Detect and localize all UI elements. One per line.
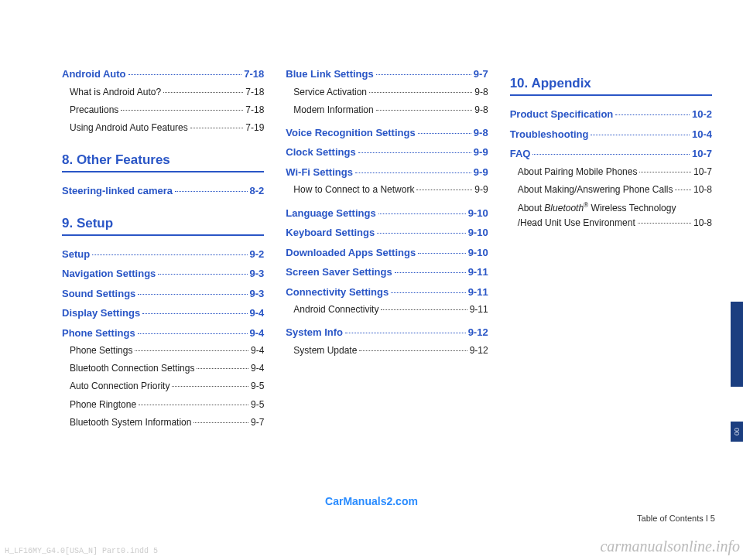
topic-row-label: Downloaded Apps Settings (286, 245, 416, 261)
leader-dots (416, 190, 472, 190)
topic-row-page: 9-2 (250, 247, 265, 262)
topic-row-label: Screen Saver Settings (286, 265, 392, 280)
column-2: Blue Link Settings 9-7 Service Activatio… (286, 62, 488, 433)
subtopic-row: Android Connectivity9-11 (286, 302, 488, 317)
subtopic-row-label: Android Connectivity (293, 302, 378, 317)
watermark-carmanuals2: CarManuals2.com (0, 495, 743, 507)
topic-row: Language Settings9-10 (286, 206, 488, 221)
leader-dots (377, 233, 465, 234)
topic-row-page: 9-10 (468, 225, 488, 241)
leader-dots (418, 133, 471, 134)
leader-dots (128, 74, 242, 75)
topic-row-label: Phone Settings (62, 326, 135, 341)
subtopic-row-label: Auto Connection Priority (70, 379, 169, 394)
topic-label: System Info (286, 325, 343, 340)
topic-row-page: 9-8 (474, 125, 488, 141)
leader-dots (359, 350, 467, 351)
topic-label: Blue Link Settings (286, 67, 373, 82)
subtopic-row: Phone Settings9-4 (62, 343, 264, 358)
watermark-carmanualsonline: carmanualsonline.info (600, 538, 740, 555)
topic-row: Troubleshooting10-4 (510, 127, 712, 142)
side-tabs: 00 (731, 0, 743, 560)
leader-dots (138, 294, 247, 295)
topic-row-page: 10-2 (692, 107, 712, 122)
topic-row-label: Navigation Settings (62, 266, 156, 282)
topic-row-label: Display Settings (62, 306, 140, 321)
sub-page: 10-8 (693, 216, 712, 230)
topic-row: Sound Settings9-3 (62, 286, 264, 302)
leader-dots (358, 152, 471, 153)
topic-row-label: Troubleshooting (510, 127, 589, 142)
leader-dots (92, 254, 247, 255)
topic-system-info: System Info 9-12 (286, 325, 488, 340)
topic-row: Phone Settings9-4 (62, 326, 264, 341)
registered-mark: ® (584, 201, 588, 209)
topic-android-auto: Android Auto 7-18 (62, 67, 264, 82)
topic-row: Keyboard Settings9-10 (286, 225, 488, 241)
leader-dots (376, 110, 473, 111)
topic-row-label: Language Settings (286, 206, 375, 221)
subtopic-row-page: 9-4 (251, 343, 264, 358)
leader-dots (675, 190, 691, 190)
topic-row: Screen Saver Settings9-11 (286, 265, 488, 280)
leader-dots (395, 272, 466, 273)
topic-row-label: Sound Settings (62, 286, 135, 302)
topic-row: Voice Recognition Settings9-8 (286, 125, 488, 141)
leader-dots (175, 191, 247, 192)
subtopic-row: Service Activation9-8 (286, 85, 488, 100)
subtopic-row: Using Android Auto Features7-19 (62, 121, 264, 135)
topic-row-label: Connectivity Settings (286, 285, 389, 300)
subtopic-row-page: 9-9 (474, 183, 488, 197)
subtopic-row-page: 9-8 (474, 85, 488, 100)
leader-dots (532, 154, 690, 155)
leader-dots (163, 92, 243, 93)
side-tab-active (731, 302, 743, 387)
leader-dots (193, 422, 248, 423)
leader-dots (139, 405, 248, 405)
leader-dots (135, 350, 248, 351)
tab-label: 00 (733, 428, 741, 435)
subtopic-row: Precautions7-18 (62, 103, 264, 118)
topic-row-page: 9-4 (250, 306, 265, 321)
topic-row-page: 9-10 (468, 245, 488, 261)
topic-label: Android Auto (62, 67, 126, 82)
topic-page: 9-12 (468, 325, 488, 340)
topic-page: 9-7 (474, 67, 488, 82)
text: About (518, 203, 542, 213)
topic-row-page: 9-3 (250, 286, 265, 302)
topic-row-label: Keyboard Settings (286, 225, 375, 241)
topic-row-page: 9-4 (250, 326, 265, 341)
text: Wireless Technology (591, 203, 676, 213)
topic-row: Wi-Fi Settings9-9 (286, 165, 488, 180)
topic-label: Steering-linked camera (62, 183, 173, 199)
subtopic-row-label: About Making/Answering Phone Calls (518, 183, 673, 197)
subtopic-row-label: Precautions (70, 103, 118, 118)
leader-dots (376, 74, 471, 75)
leader-dots (639, 172, 691, 172)
subtopic-row: Modem Information9-8 (286, 103, 488, 118)
section-10-appendix: 10. Appendix (510, 76, 712, 96)
sub-bluetooth-tech: About Bluetooth® Wireless Technology /He… (510, 200, 712, 230)
subtopic-row-page: 9-7 (251, 415, 264, 430)
subtopic-row: How to Connect to a Network9-9 (286, 183, 488, 197)
leader-dots (121, 110, 243, 111)
subtopic-row-page: 9-5 (251, 398, 264, 412)
topic-row-page: 10-4 (692, 127, 712, 142)
leader-dots (615, 114, 690, 115)
topic-page: 8-2 (250, 183, 265, 199)
subtopic-row-label: About Pairing Mobile Phones (518, 165, 638, 179)
subtopic-row-label: Bluetooth Connection Settings (70, 361, 194, 376)
subtopic-row: Auto Connection Priority9-5 (62, 379, 264, 394)
subtopic-row-page: 10-7 (693, 165, 712, 179)
subtopic-row-page: 10-8 (693, 183, 712, 197)
leader-dots (591, 135, 689, 135)
subtopic-row-label: Phone Settings (70, 343, 132, 358)
subtopic-row-page: 9-11 (470, 302, 488, 317)
subtopic-row: Bluetooth Connection Settings9-4 (62, 361, 264, 376)
topic-blue-link: Blue Link Settings 9-7 (286, 67, 488, 82)
topic-row-label: FAQ (510, 146, 531, 162)
topic-row-page: 9-9 (474, 145, 488, 160)
leader-dots (345, 333, 466, 333)
topic-row: Display Settings9-4 (62, 306, 264, 321)
side-tab-chapter-00: 00 (731, 422, 743, 442)
